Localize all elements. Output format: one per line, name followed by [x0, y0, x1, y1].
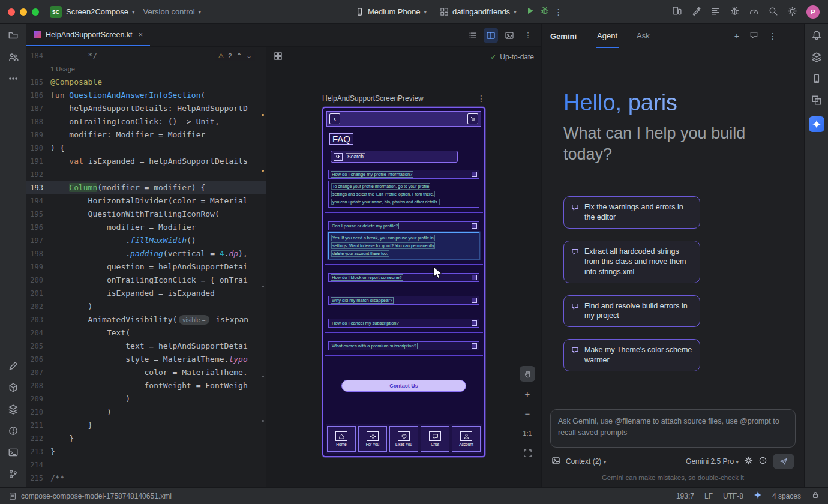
device-mirroring-icon[interactable] [672, 6, 682, 18]
user-avatar[interactable]: P [806, 5, 820, 19]
file-tab[interactable]: HelpAndSupportScreen.kt × [26, 24, 150, 46]
problems-icon[interactable] [8, 425, 19, 438]
design-view-icon[interactable] [502, 28, 517, 43]
app-inspection-icon[interactable] [730, 6, 740, 18]
search-everywhere-button[interactable] [768, 6, 778, 18]
code-line[interactable]: 204 Text( [26, 326, 266, 340]
expand-icon[interactable] [472, 320, 477, 326]
faq-item[interactable]: How do I change my profile information?T… [328, 170, 479, 213]
code-line[interactable]: 191 val isExpanded = helpAndSupportDetai… [26, 155, 266, 168]
expand-icon[interactable] [472, 223, 477, 229]
nav-item-for-you[interactable]: For You [358, 426, 387, 452]
faq-item[interactable]: Why did my match disappear? [328, 296, 479, 310]
faq-item[interactable]: How do I block or report someone? [328, 273, 479, 287]
faq-answer-selected[interactable]: Yes. If you need a break, you can pause … [328, 232, 479, 259]
indent-setting[interactable]: 4 spaces [772, 492, 801, 500]
code-line[interactable]: 210 ) [26, 406, 266, 419]
code-line[interactable]: 194 HorizontalDivider(color = Material [26, 194, 266, 208]
inspections-widget[interactable]: ⚠ 2 ⌃ ⌄ [215, 50, 255, 61]
history-icon[interactable] [758, 456, 767, 467]
more-actions-icon[interactable]: ⋮ [554, 7, 563, 17]
dependencies-icon[interactable] [8, 404, 19, 416]
code-line[interactable]: 197 .fillMaxWidth() [26, 234, 266, 247]
running-devices-icon[interactable] [811, 73, 822, 86]
code-line[interactable]: 1 Usage [26, 62, 266, 76]
nav-item-likes-you[interactable]: Likes You [389, 426, 418, 452]
code-line[interactable]: 213} [26, 445, 266, 458]
gemini-prompt-input[interactable]: Ask Gemini, use @filename to attach sour… [550, 409, 796, 448]
faq-answer[interactable]: To change your profile information, go t… [328, 181, 479, 208]
expand-icon[interactable] [472, 298, 477, 303]
code-line[interactable]: 201 isExpanded = isExpanded [26, 287, 266, 300]
layout-inspector-icon[interactable] [811, 95, 822, 107]
profiler-icon[interactable] [749, 6, 759, 18]
suggestion-card[interactable]: Extract all hardcoded strings from this … [563, 241, 700, 283]
code-line[interactable]: 196 modifier = Modifier [26, 221, 266, 234]
tab-options-icon[interactable]: ⋮ [521, 28, 535, 43]
preview-canvas[interactable]: HelpAndSupportScreenPreview ⋮ ‹ FAQ [266, 67, 541, 487]
code-line[interactable]: 195 QuestionWithTrailingIconRow( [26, 208, 266, 221]
code-line[interactable]: 203 AnimatedVisibility(visible = isExpan [26, 313, 266, 326]
line-separator[interactable]: LF [704, 492, 713, 500]
readonly-lock-icon[interactable] [811, 491, 820, 501]
tab-agent[interactable]: Agent [596, 24, 619, 48]
minimize-window-button[interactable] [20, 8, 27, 16]
zoom-window-button[interactable] [32, 8, 39, 16]
code-line[interactable]: 198 .padding(vertical = 4.dp), [26, 247, 266, 260]
attach-image-icon[interactable] [551, 456, 560, 467]
preview-gallery-icon[interactable] [274, 52, 283, 62]
model-selector[interactable]: Gemini 2.5 Pro ▾ [686, 457, 739, 466]
code-line[interactable]: 188 onTrailingIconClick: () -> Unit, [26, 115, 266, 128]
pan-tool-button[interactable] [520, 366, 535, 382]
notifications-bell-icon[interactable] [811, 30, 822, 43]
run-configuration-selector[interactable]: datingandfriends▾ [436, 5, 521, 19]
code-line[interactable]: 215/** [26, 472, 266, 485]
run-button[interactable] [526, 6, 535, 17]
design-tools-icon[interactable] [8, 361, 19, 373]
nav-item-account[interactable]: Account [452, 426, 481, 452]
more-tools-icon[interactable] [8, 73, 19, 86]
panel-options-icon[interactable]: ⋮ [769, 31, 777, 41]
contact-us-button[interactable]: Contact Us [341, 380, 466, 392]
settings-button[interactable] [787, 6, 797, 18]
gemini-settings-icon[interactable] [744, 456, 753, 467]
vcs-selector[interactable]: Version control▾ [139, 5, 206, 19]
code-line[interactable]: 190) { [26, 142, 266, 155]
code-line[interactable]: 187 helpAndSupportDetails: HelpAndSuppor… [26, 102, 266, 115]
project-tool-icon[interactable] [8, 30, 19, 43]
wf-top-app-bar[interactable]: ‹ [326, 111, 481, 127]
code-line[interactable]: 206 style = MaterialTheme.typo [26, 353, 266, 366]
wf-screen-title[interactable]: FAQ [329, 133, 353, 145]
code-line[interactable]: 185@Composable [26, 76, 266, 89]
gemini-actions-icon[interactable] [691, 6, 701, 18]
code-line[interactable]: 186fun QuestionAndAnswerInfoSection( [26, 89, 266, 102]
code-line[interactable]: 205 text = helpAndSupportDetai [26, 340, 266, 353]
close-window-button[interactable] [8, 8, 15, 16]
code-line[interactable]: 193 Column(modifier = modifier) { [26, 181, 266, 194]
context-selector[interactable]: Context (2) ▾ [566, 457, 606, 466]
zoom-in-button[interactable]: + [520, 386, 535, 401]
settings-gear-button[interactable] [467, 113, 478, 124]
tab-ask[interactable]: Ask [635, 24, 651, 48]
preview-phone-frame[interactable]: ‹ FAQ Search How do I change my profile … [322, 107, 485, 457]
hide-panel-icon[interactable]: — [787, 31, 796, 41]
logcat-icon[interactable] [710, 6, 721, 18]
file-encoding[interactable]: UTF-8 [723, 492, 743, 500]
code-line[interactable]: 200 onTrailingIconClick = { onTrai [26, 274, 266, 287]
gemini-tool-icon[interactable] [809, 116, 824, 132]
code-line[interactable]: 207 color = MaterialTheme. [26, 366, 266, 379]
device-selector[interactable]: Medium Phone▾ [351, 5, 431, 19]
code-line[interactable]: 211 } [26, 419, 266, 432]
new-chat-icon[interactable]: + [734, 31, 739, 41]
zoom-to-fit-button[interactable] [520, 445, 535, 461]
wf-search-field[interactable]: Search [331, 151, 458, 163]
terminal-icon[interactable] [8, 447, 19, 460]
preview-options-icon[interactable]: ⋮ [477, 94, 485, 103]
debug-button[interactable] [540, 6, 550, 17]
project-selector[interactable]: Screen2Compose▾ [62, 5, 139, 19]
code-line[interactable]: 208 fontWeight = FontWeigh [26, 379, 266, 392]
next-warning-icon[interactable]: ⌄ [246, 52, 252, 60]
expand-icon[interactable] [472, 172, 477, 177]
close-tab-icon[interactable]: × [139, 30, 143, 39]
faq-item[interactable]: Can I pause or delete my profile?Yes. If… [328, 221, 479, 265]
